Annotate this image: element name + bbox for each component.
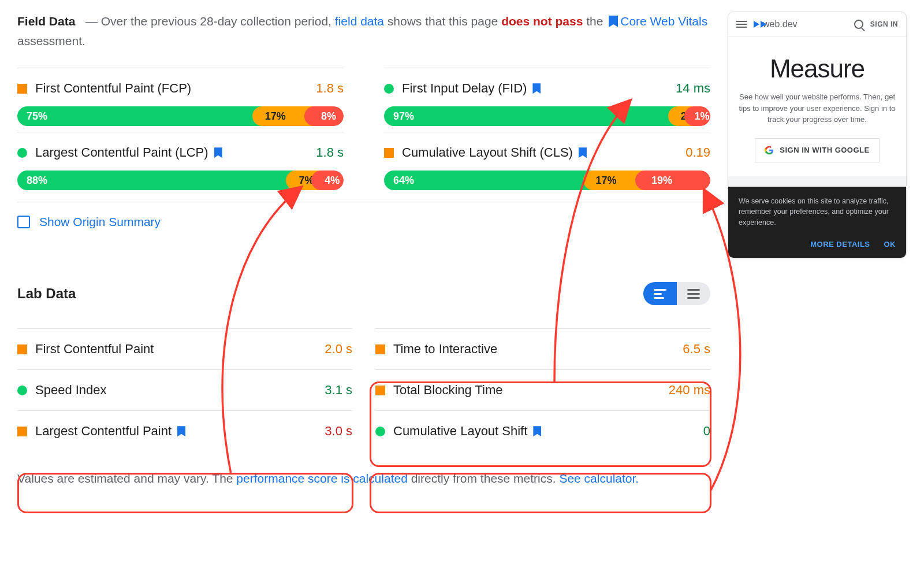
field-metrics-grid: First Contentful Paint (FCP) 1.8 s 75% 1… (17, 68, 710, 196)
lab-metric-cls: Cumulative Layout Shift 0 (375, 410, 710, 451)
circle-icon (17, 386, 27, 395)
lab-metric-value: 3.1 s (325, 383, 352, 398)
bookmark-icon (214, 147, 222, 158)
bookmark-icon (177, 426, 185, 436)
square-icon (375, 386, 385, 395)
lab-metric-value: 3.0 s (325, 424, 352, 439)
lab-metric-value: 2.0 s (325, 342, 352, 357)
lab-metric-name: Speed Index (35, 383, 316, 398)
cookie-ok-button[interactable]: OK (884, 239, 896, 250)
dist-good: 88% (17, 171, 296, 190)
field-data-link[interactable]: field data (335, 14, 384, 28)
metric-value: 0.19 (685, 145, 710, 160)
bookmark-icon (533, 426, 541, 436)
metric-lcp: Largest Contentful Paint (LCP) 1.8 s 88%… (17, 132, 344, 196)
performance-score-link[interactable]: performance score is calculated (236, 472, 407, 485)
sign-in-link[interactable]: SIGN IN (870, 20, 898, 28)
lab-data-title: Lab Data (17, 286, 76, 302)
lab-metric-lcp: Largest Contentful Paint 3.0 s (17, 410, 352, 451)
metric-fcp: First Contentful Paint (FCP) 1.8 s 75% 1… (17, 68, 344, 132)
metric-name: Largest Contentful Paint (LCP) (35, 145, 308, 160)
lab-metric-name: First Contentful Paint (35, 342, 316, 357)
lab-metric-tti: Time to Interactive 6.5 s (375, 328, 710, 369)
circle-icon (384, 84, 394, 94)
lab-metric-fcp: First Contentful Paint 2.0 s (17, 328, 352, 369)
core-web-vitals-link[interactable]: Core Web Vitals (620, 14, 707, 28)
dist-good: 97% (384, 106, 678, 126)
lab-metric-name: Total Blocking Time (393, 383, 661, 398)
align-justify-icon (687, 289, 700, 299)
metric-name: First Input Delay (FID) (402, 81, 668, 96)
phone-preview: web.dev SIGN IN Measure See how well you… (728, 12, 907, 258)
show-origin-summary-label: Show Origin Summary (39, 215, 161, 229)
metric-value: 14 ms (676, 81, 710, 96)
lab-data-section: Lab Data First Contentful Paint 2.0 s (17, 282, 710, 488)
lab-metrics-grid: First Contentful Paint 2.0 s Speed Index… (17, 328, 710, 451)
dist-good: 75% (17, 106, 262, 126)
square-icon (17, 84, 27, 94)
metric-fid: First Input Delay (FID) 14 ms 97% 2% 1% (384, 68, 710, 132)
bookmark-icon (609, 16, 618, 27)
metric-name: Cumulative Layout Shift (CLS) (402, 145, 677, 160)
google-logo-icon (765, 146, 774, 155)
metric-name: First Contentful Paint (FCP) (35, 81, 308, 96)
lab-metric-si: Speed Index 3.1 s (17, 369, 352, 410)
phone-header: web.dev SIGN IN (728, 12, 906, 37)
distribution-bar: 97% 2% 1% (384, 106, 710, 126)
lab-metric-value: 0 (703, 424, 710, 439)
cookie-banner: We serve cookies on this site to analyze… (728, 187, 906, 258)
show-origin-summary-row[interactable]: Show Origin Summary (17, 202, 710, 242)
square-icon (384, 148, 394, 158)
lab-metric-name: Time to Interactive (393, 342, 675, 357)
webdev-logo[interactable]: web.dev (754, 19, 798, 29)
see-calculator-link[interactable]: See calculator. (559, 472, 639, 485)
distribution-bar: 75% 17% 8% (17, 106, 344, 126)
logo-mark-icon (754, 21, 759, 28)
distribution-bar: 64% 17% 19% (384, 171, 710, 190)
metric-value: 1.8 s (316, 145, 344, 160)
lab-metric-name: Largest Contentful Paint (35, 424, 316, 439)
checkbox-icon[interactable] (17, 216, 30, 228)
sign-in-google-button[interactable]: SIGN IN WITH GOOGLE (755, 138, 879, 162)
bookmark-icon (532, 83, 541, 94)
metric-cls: Cumulative Layout Shift (CLS) 0.19 64% 1… (384, 132, 710, 196)
assessment-fail-text: does not pass (501, 14, 583, 28)
lab-metric-value: 6.5 s (683, 342, 710, 357)
square-icon (375, 344, 385, 354)
view-toggle (643, 282, 710, 305)
square-icon (17, 344, 27, 354)
view-toggle-left[interactable] (643, 282, 677, 305)
cookie-text: We serve cookies on this site to analyze… (739, 196, 896, 228)
circle-icon (375, 427, 385, 436)
align-left-icon (654, 289, 666, 299)
more-details-link[interactable]: MORE DETAILS (810, 239, 870, 250)
main-panel: Field Data — Over the previous 28-day co… (17, 12, 710, 488)
lab-metric-tbt: Total Blocking Time 240 ms (375, 369, 710, 410)
square-icon (17, 427, 27, 436)
view-toggle-right[interactable] (677, 282, 710, 305)
phone-body: Measure See how well your website perfor… (728, 37, 906, 176)
lab-metric-name: Cumulative Layout Shift (393, 424, 695, 439)
measure-title: Measure (739, 54, 896, 83)
field-data-title: Field Data (17, 14, 75, 28)
search-icon[interactable] (854, 20, 863, 29)
bookmark-icon (579, 147, 587, 158)
dist-poor: 19% (635, 171, 710, 190)
dist-poor: 8% (304, 106, 344, 126)
distribution-bar: 88% 7% 4% (17, 171, 344, 190)
hamburger-icon[interactable] (736, 21, 747, 28)
measure-description: See how well your website performs. Then… (739, 91, 896, 125)
metric-value: 1.8 s (316, 81, 344, 96)
circle-icon (17, 148, 27, 158)
lab-metric-value: 240 ms (669, 383, 710, 398)
dist-poor: 1% (684, 106, 710, 126)
field-data-summary: Field Data — Over the previous 28-day co… (17, 12, 710, 50)
dist-good: 64% (384, 171, 593, 190)
lab-footnote: Values are estimated and may vary. The p… (17, 469, 710, 488)
dist-poor: 4% (311, 171, 344, 190)
